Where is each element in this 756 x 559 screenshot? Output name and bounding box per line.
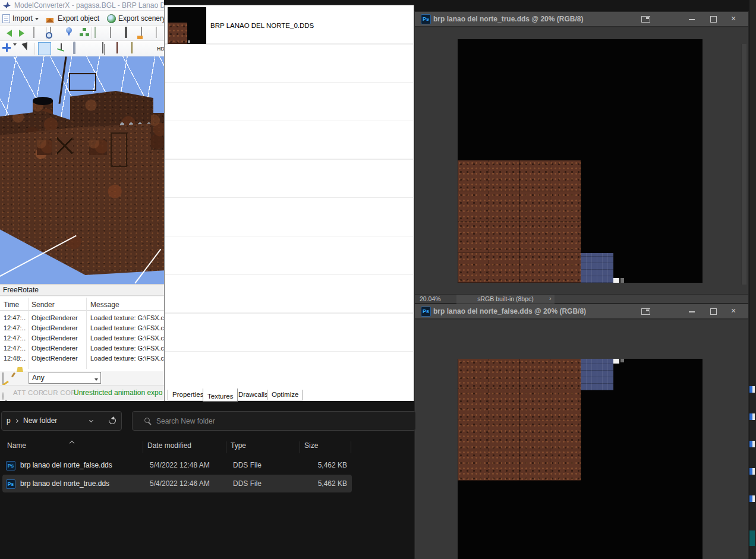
attach-points-icon[interactable] [73, 42, 75, 54]
pan-mode-caret[interactable] [13, 43, 17, 58]
mcx-nav-toolbar [0, 26, 164, 41]
export-object-button[interactable]: Export object [46, 12, 99, 24]
xml-export-icon[interactable] [141, 27, 142, 38]
status-chevron-icon[interactable]: › [549, 295, 552, 302]
photoshop-file-icon: Ps [6, 461, 15, 470]
arrange-documents-icon[interactable] [641, 308, 650, 315]
log-filter-combobox[interactable]: Any [29, 372, 101, 384]
screen: ModelConverterX - pagasa.BGL - BRP Lanao… [0, 0, 756, 559]
panel-tabstrip: Properties Textures Drawcalls Optimize [165, 388, 414, 402]
file-size: 5,462 KB [282, 461, 347, 469]
dds-image-false [458, 359, 703, 559]
vertical-scrollbar[interactable] [741, 44, 746, 285]
column-size[interactable]: Size [304, 441, 318, 450]
layer-icon-fragment [749, 495, 755, 502]
rust-texture-block [458, 359, 581, 481]
maximize-button[interactable] [705, 12, 721, 26]
log-row[interactable]: 12:47:... ObjectRenderer Loaded texture:… [0, 313, 164, 323]
tab-optimize[interactable]: Optimize [267, 390, 303, 400]
modelconverterx-window: ModelConverterX - pagasa.BGL - BRP Lanao… [0, 0, 164, 401]
zoom-level-field[interactable]: 20.04% [420, 295, 441, 302]
ship-side-structure [151, 113, 164, 150]
import-button[interactable]: Import [2, 12, 39, 24]
address-dropdown-icon[interactable] [89, 418, 93, 422]
hint-bulb-icon [2, 392, 4, 400]
edit-log-icon[interactable] [2, 372, 4, 384]
file-explorer-window: p New folder Name Date modified Type Siz… [0, 401, 414, 559]
export-scenery-button[interactable]: Export scenery [107, 12, 166, 24]
model-3d-viewport[interactable] [0, 56, 164, 284]
search-box[interactable] [132, 411, 416, 431]
log-col-sender[interactable]: Sender [32, 301, 55, 309]
close-button[interactable]: × [726, 304, 741, 318]
ps-canvas-area[interactable] [415, 27, 748, 295]
file-type: DDS File [233, 479, 262, 488]
maximize-button[interactable] [705, 304, 721, 318]
close-button[interactable]: × [726, 12, 741, 26]
log-row[interactable]: 12:48:... ObjectRenderer Loaded texture:… [0, 353, 164, 364]
minimize-button[interactable] [684, 304, 700, 318]
forward-button[interactable] [17, 27, 29, 39]
ship-hull [0, 123, 164, 275]
photoshop-doc-window-true: Ps brp lanao del norte_true.dds @ 20% (R… [414, 11, 749, 304]
file-row-false-dds[interactable]: Ps brp lanao del norte_false.dds 5/4/202… [2, 456, 352, 474]
log-row[interactable]: 12:47:... ObjectRenderer Loaded texture:… [0, 323, 164, 333]
white-swatch-pixel [613, 359, 619, 364]
address-bar[interactable]: p New folder [1, 411, 122, 431]
blue-texture-block [581, 359, 613, 390]
search-input[interactable] [155, 414, 405, 428]
import-icon [2, 14, 10, 23]
log-col-message[interactable]: Message [90, 301, 119, 309]
log-row[interactable]: 12:47:... ObjectRenderer Loaded texture:… [0, 333, 164, 343]
breadcrumb-parent[interactable]: p [7, 416, 11, 425]
log-col-time[interactable]: Time [4, 301, 19, 309]
column-date-modified[interactable]: Date modified [147, 441, 191, 450]
grid-toggle-button[interactable] [38, 42, 51, 55]
log-row[interactable]: 12:47:... ObjectRenderer Loaded texture:… [0, 343, 164, 353]
texture-thumbnail-rust [168, 23, 187, 44]
gray-swatch-pixel [620, 278, 624, 283]
tab-textures[interactable]: Textures [203, 389, 238, 402]
texture-tools-icon[interactable] [110, 27, 111, 38]
photoshop-file-icon: Ps [6, 479, 15, 489]
file-row-true-dds[interactable]: Ps brp lanao del norte_true.dds 5/4/2022… [2, 475, 352, 492]
texture-list-item[interactable]: BRP LANAO DEL NORTE_0.DDS [165, 6, 413, 44]
ps-doc-title: brp lanao del norte_true.dds @ 20% (RGB/… [433, 15, 583, 23]
back-button[interactable] [2, 27, 14, 39]
day-lighting-icon[interactable] [131, 42, 133, 53]
refresh-icon[interactable] [108, 416, 118, 426]
column-name[interactable]: Name [7, 441, 26, 450]
texture-view-icon[interactable] [116, 42, 118, 53]
texture-name: BRP LANAO DEL NORTE_0.DDS [210, 22, 314, 29]
animation-editor-icon[interactable] [125, 27, 127, 38]
file-name: brp lanao del norte_false.dds [20, 461, 112, 469]
ps-titlebar[interactable]: Ps brp lanao del norte_true.dds @ 20% (R… [415, 12, 748, 27]
import-dropdown-caret[interactable] [35, 18, 39, 22]
ps-canvas-area[interactable] [415, 319, 748, 559]
color-profile-label[interactable]: sRGB built-in (8bpc) [456, 295, 555, 304]
gray-swatch-pixel [620, 359, 624, 362]
mcx-titlebar[interactable]: ModelConverterX - pagasa.BGL - BRP Lanao… [0, 0, 164, 11]
breadcrumb-folder[interactable]: New folder [23, 416, 57, 425]
material-editor-icon[interactable] [94, 27, 96, 38]
report-icon[interactable] [33, 27, 34, 38]
inspect-object-icon[interactable] [50, 27, 51, 38]
att-cor-indicator: ATT COR [13, 386, 44, 400]
ps-doc-title: brp lanao del norte_false.dds @ 20% (RGB… [433, 307, 586, 315]
photoshop-file-icon: Ps [421, 307, 431, 317]
mcx-main-toolbar: Import Export object Export scenery [0, 11, 164, 26]
white-swatch-pixel [613, 278, 619, 283]
ship-mast-railing [69, 73, 96, 91]
ps-titlebar[interactable]: Ps brp lanao del norte_false.dds @ 20% (… [415, 304, 748, 319]
column-type[interactable]: Type [231, 441, 246, 450]
ship-deck-box [89, 140, 107, 155]
export-scenery-icon [107, 14, 116, 23]
layer-icon-fragment [749, 441, 755, 447]
minimize-button[interactable] [684, 12, 700, 26]
wireframe-icon[interactable] [102, 42, 103, 53]
file-date: 5/4/2022 12:48 AM [150, 461, 210, 469]
file-type: DDS File [233, 461, 262, 469]
texture-thumbnail-pixel [188, 40, 190, 43]
layer-icon-fragment [749, 386, 755, 393]
arrange-documents-icon[interactable] [641, 16, 650, 23]
